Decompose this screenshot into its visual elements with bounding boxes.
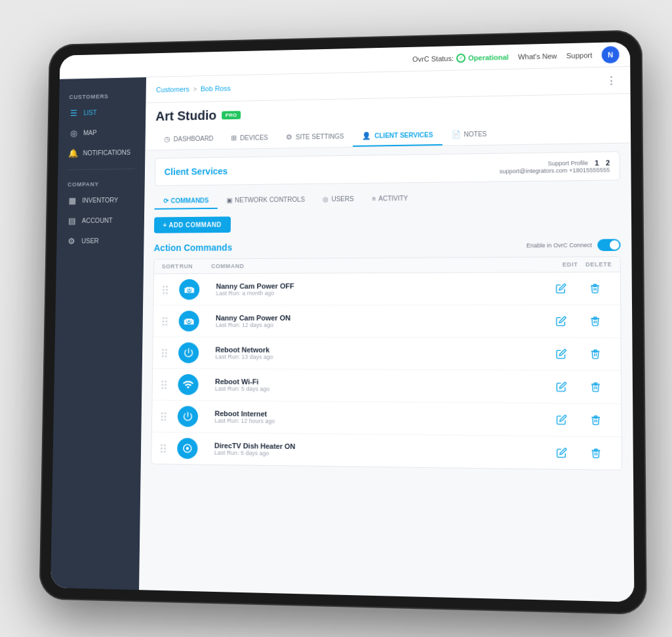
table-header-row: SORT RUN COMMAND EDIT DELETE [154, 257, 620, 274]
sidebar-item-inventory[interactable]: ▦ INVENTORY [57, 189, 144, 210]
edit-button-2[interactable] [544, 316, 578, 326]
delete-button-3[interactable] [578, 349, 612, 360]
pro-badge: PRO [221, 111, 241, 119]
map-icon: ◎ [68, 128, 78, 138]
sidebar-item-account[interactable]: ▤ ACCOUNT [56, 210, 144, 231]
tab-site-settings[interactable]: ⚙ SITE SETTINGS [277, 126, 353, 147]
sidebar-divider [68, 168, 134, 170]
run-icon-6[interactable] [177, 438, 198, 459]
command-last-run: Last Run: 5 days ago [214, 385, 544, 394]
header-run: RUN [179, 263, 210, 269]
company-section-label: Company [57, 176, 144, 191]
whats-new-link[interactable]: What's New [518, 52, 557, 60]
sidebar-item-notifications[interactable]: 🔔 NOTIFICATIONS [58, 142, 145, 163]
table-row: Reboot Wi-Fi Last Run: 5 days ago [152, 369, 621, 404]
breadcrumb-bob-ross[interactable]: Bob Ross [200, 85, 230, 93]
support-num1: 1 [595, 159, 599, 166]
support-link[interactable]: Support [566, 51, 592, 60]
tab-dashboard[interactable]: ◷ DASHBOARD [155, 129, 222, 150]
header-sort: SORT [161, 263, 179, 270]
sub-tab-commands[interactable]: ⟳ COMMANDS [154, 193, 218, 209]
sidebar-account-label: ACCOUNT [81, 217, 112, 224]
run-icon-2[interactable] [178, 311, 199, 332]
enable-label: Enable in OvrC Connect [526, 242, 591, 249]
user-avatar[interactable]: N [601, 46, 619, 64]
delete-button-2[interactable] [578, 316, 612, 326]
tab-notes-label: NOTES [464, 130, 486, 138]
command-last-run: Last Run: a month ago [216, 289, 544, 296]
run-icon-1[interactable] [179, 279, 199, 300]
drag-handle[interactable] [160, 379, 178, 390]
sub-tab-activity[interactable]: ≡ ACTIVITY [363, 191, 417, 208]
sidebar-item-list[interactable]: ☰ LIST [58, 102, 146, 123]
drag-handle[interactable] [160, 347, 178, 358]
action-commands-title: Action Commands [153, 242, 232, 253]
edit-button-3[interactable] [544, 349, 578, 360]
user-settings-icon: ⚙ [66, 236, 76, 246]
drag-handle[interactable] [161, 316, 178, 327]
header-command: COMMAND [211, 261, 544, 269]
tab-client-services-label: CLIENT SERVICES [374, 131, 433, 139]
drag-handle[interactable] [159, 411, 177, 422]
add-command-button[interactable]: + ADD COMMAND [153, 216, 230, 233]
sub-tab-users[interactable]: ◎ USERS [313, 191, 363, 208]
tab-dashboard-label: DASHBOARD [173, 135, 213, 143]
sidebar-item-user[interactable]: ⚙ USER [56, 230, 144, 251]
sidebar-inventory-label: INVENTORY [82, 197, 118, 204]
run-icon-3[interactable] [178, 342, 198, 363]
delete-button-6[interactable] [578, 448, 612, 459]
command-info: Nanny Cam Power ON Last Run: 12 days ago [210, 314, 544, 328]
sidebar-list-label: LIST [83, 109, 96, 116]
status-value: Operational [468, 53, 509, 62]
tab-notes[interactable]: 📄 NOTES [442, 125, 496, 145]
sub-tab-network-controls[interactable]: ▣ NETWORK CONTROLS [217, 192, 313, 209]
drag-handle[interactable] [161, 284, 179, 295]
drag-handle[interactable] [159, 442, 177, 454]
command-rows-container: Nanny Cam Power OFF Last Run: a month ag… [151, 272, 622, 469]
enable-toggle[interactable] [597, 239, 620, 252]
action-commands-header: Action Commands Enable in OvrC Connect [153, 239, 620, 254]
breadcrumb: Customers > Bob Ross [155, 85, 230, 94]
content-pane: Customers > Bob Ross ⋮ Art Studio PRO ◷ [139, 67, 634, 602]
command-last-run: Last Run: 13 days ago [215, 353, 544, 361]
table-row: DirecTV Dish Heater ON Last Run: 5 days … [151, 433, 622, 470]
support-profile-label: Support Profile [547, 160, 587, 167]
list-icon: ☰ [68, 107, 78, 118]
edit-button-1[interactable] [544, 283, 578, 294]
breadcrumb-customers[interactable]: Customers [155, 85, 189, 94]
breadcrumb-separator: > [193, 85, 197, 92]
delete-button-5[interactable] [578, 414, 612, 425]
sub-tab-commands-label: COMMANDS [170, 197, 208, 204]
command-info: Nanny Cam Power OFF Last Run: a month ag… [210, 281, 544, 296]
tablet-frame: OvrC Status: Operational What's New Supp… [39, 29, 646, 615]
edit-button-4[interactable] [544, 381, 578, 393]
enable-toggle-area: Enable in OvrC Connect [526, 239, 620, 252]
tab-client-services[interactable]: 👤 CLIENT SERVICES [353, 125, 442, 147]
edit-button-6[interactable] [544, 447, 578, 458]
network-icon: ▣ [226, 197, 232, 204]
table-row: Reboot Network Last Run: 13 days ago [153, 338, 621, 372]
edit-button-5[interactable] [544, 414, 578, 425]
sidebar-item-map[interactable]: ◎ MAP [58, 121, 146, 143]
sub-tabs: ⟳ COMMANDS ▣ NETWORK CONTROLS ◎ USERS [154, 188, 620, 209]
tablet-screen: OvrC Status: Operational What's New Supp… [50, 42, 634, 602]
table-row: Nanny Cam Power ON Last Run: 12 days ago [153, 305, 620, 338]
table-row: Nanny Cam Power OFF Last Run: a month ag… [153, 272, 620, 305]
tab-devices[interactable]: ⊞ DEVICES [222, 128, 277, 149]
support-num2: 2 [605, 159, 609, 166]
table-row: Reboot Internet Last Run: 12 hours ago [151, 400, 621, 437]
run-icon-5[interactable] [177, 406, 198, 427]
run-icon-4[interactable] [178, 374, 198, 395]
client-services-card: Client Services Support Profile 1 2 supp… [154, 151, 620, 186]
more-menu-button[interactable]: ⋮ [603, 72, 619, 88]
svg-point-0 [186, 447, 188, 450]
account-icon: ▤ [67, 216, 77, 226]
delete-button-4[interactable] [578, 381, 612, 393]
sub-tab-users-label: USERS [331, 195, 353, 203]
support-profile-area: Support Profile 1 2 support@integrators.… [499, 159, 609, 174]
delete-button-1[interactable] [578, 283, 612, 294]
dashboard-icon: ◷ [164, 135, 170, 144]
command-info: Reboot Internet Last Run: 12 hours ago [209, 410, 544, 427]
commands-icon: ⟳ [163, 197, 168, 204]
notes-icon: 📄 [451, 130, 460, 139]
